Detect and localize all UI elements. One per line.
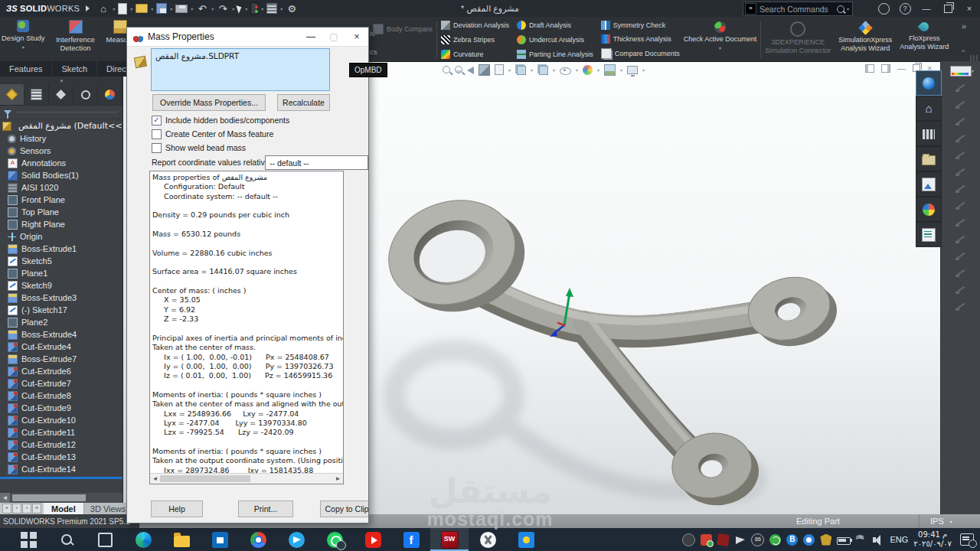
dropdown-caret-icon[interactable]: ▾ — [170, 6, 172, 11]
taskbar-app-task-view[interactable] — [86, 528, 124, 551]
dropdown-caret-icon[interactable]: ▾ — [191, 6, 193, 11]
open-icon[interactable] — [136, 4, 148, 13]
notification-center-icon[interactable] — [960, 533, 974, 546]
file-properties-icon[interactable] — [266, 3, 277, 14]
network-tool-icon[interactable] — [769, 534, 781, 546]
override-mass-properties-button[interactable]: Override Mass Properties... — [152, 94, 266, 111]
taskbar-app-start[interactable] — [9, 528, 47, 551]
floxpress-button[interactable]: FloXpressAnalysis Wizard — [900, 21, 949, 55]
bluetooth-icon[interactable] — [786, 534, 798, 546]
pane-right-icon[interactable] — [881, 64, 890, 73]
clipped-tab-fragment[interactable]: OpMBD — [349, 63, 387, 77]
clock[interactable]: 09:41 م ٢٠٢٥/٠٩/٠٧ — [913, 530, 952, 549]
dropdown-caret-icon[interactable]: ▾ — [232, 6, 234, 11]
zoom-to-area-icon[interactable] — [455, 66, 462, 73]
taskpane-tab-design-library[interactable] — [916, 121, 942, 146]
tree-root-item[interactable]: مشروع المقص (Default<<Default>_ — [0, 119, 122, 132]
section-view-icon[interactable] — [479, 64, 490, 76]
dropdown-caret-icon[interactable]: ▾ — [261, 6, 263, 11]
appearance-swatch-icon[interactable] — [950, 66, 972, 77]
taskpane-tab-appearances-scenes[interactable] — [916, 197, 942, 222]
help-button[interactable]: Help — [151, 500, 203, 517]
dropdown-caret-icon[interactable]: ▾ — [113, 6, 115, 11]
dropdown-caret-icon[interactable]: ▾ — [211, 6, 214, 11]
dropdown-caret-icon[interactable]: ▾ — [508, 67, 511, 73]
language-indicator[interactable]: ENG — [890, 535, 908, 544]
curvature-button[interactable]: Curvature — [441, 50, 509, 59]
rollback-bar[interactable] — [0, 477, 122, 479]
view-settings-icon[interactable] — [627, 66, 638, 74]
wifi-icon[interactable] — [856, 534, 867, 546]
print-icon[interactable] — [175, 5, 188, 13]
login-button[interactable] — [873, 0, 894, 17]
zebra-stripes-button[interactable]: Zebra Stripes — [441, 35, 509, 44]
tree-item-origin[interactable]: Origin — [8, 230, 122, 243]
last-tab-icon[interactable]: » — [32, 504, 41, 514]
tree-item-cut-extrude14[interactable]: Cut-Extrude14 — [8, 463, 122, 475]
draft-analysis-button[interactable]: Draft Analysis — [517, 21, 593, 30]
taskbar-app-solidworks[interactable] — [430, 528, 469, 551]
taskbar-app-youtube[interactable] — [354, 528, 392, 551]
ribbon-collapse-button[interactable]: ^ — [962, 49, 965, 55]
notifier-icon[interactable]: 86 — [751, 533, 764, 546]
filter-input[interactable] — [16, 112, 118, 112]
tree-item-annotations[interactable]: Annotations — [8, 157, 122, 169]
tab-configurationmanager[interactable] — [49, 84, 74, 105]
edit-appearance-icon[interactable] — [583, 65, 593, 75]
tab-3d-views[interactable]: 3D Views — [84, 503, 132, 514]
parting-line-analysis-button[interactable]: Parting Line Analysis — [517, 50, 593, 59]
dropdown-caret-icon[interactable]: ▾ — [620, 67, 622, 73]
tree-item-solid-bodies-1[interactable]: Solid Bodies(1) — [8, 169, 122, 181]
tree-item-boss-extrude7[interactable]: Boss-Extrude7 — [8, 353, 122, 365]
coordinate-system-dropdown[interactable]: -- default -- — [265, 155, 368, 170]
recalculate-button[interactable]: Recalculate — [277, 94, 330, 111]
help-button[interactable]: ? — [894, 0, 916, 17]
tab-propertymanager[interactable] — [24, 84, 49, 105]
battery-icon[interactable] — [837, 537, 851, 545]
dialog-title-bar[interactable]: Mass Properties — ▢ × — [127, 28, 368, 47]
thickness-analysis-button[interactable]: Thickness Analysis — [601, 34, 680, 44]
dropdown-caret-icon[interactable]: ▾ — [280, 6, 283, 11]
dropdown-caret-icon[interactable]: ▾ — [531, 67, 533, 73]
tree-item-cut-extrude6[interactable]: Cut-Extrude6 — [8, 365, 122, 377]
undercut-analysis-button[interactable]: Undercut Analysis — [517, 35, 593, 44]
taskbar-app-store[interactable] — [201, 528, 239, 551]
home-icon[interactable]: ⌂ — [97, 3, 109, 15]
dropdown-caret-icon[interactable]: ▾ — [245, 6, 247, 11]
taskbar-app-chrome[interactable] — [239, 528, 277, 551]
tab-model[interactable]: Model — [44, 503, 84, 514]
scroll-left-icon[interactable]: ◄ — [0, 493, 10, 503]
dropdown-caret-icon[interactable]: ▾ — [576, 67, 578, 73]
checkbox-unchecked-icon[interactable] — [152, 143, 162, 153]
tree-item-cut-extrude10[interactable]: Cut-Extrude10 — [8, 414, 122, 426]
new-document-icon[interactable] — [118, 3, 127, 15]
tree-item-sketch9[interactable]: Sketch9 — [8, 279, 122, 292]
tree-item-cut-extrude8[interactable]: Cut-Extrude8 — [8, 390, 122, 402]
checkbox-row-create-center-of-mass-feature[interactable]: Create Center of Mass feature — [152, 127, 289, 141]
first-tab-icon[interactable]: « — [2, 504, 11, 514]
checkbox-checked-icon[interactable]: ✓ — [152, 116, 162, 126]
checkbox-unchecked-icon[interactable] — [152, 129, 162, 139]
close-button[interactable]: × — [959, 0, 980, 17]
dropdown-caret-icon[interactable]: ▾ — [642, 67, 645, 73]
swatch-dropdown-icon[interactable]: ▾ — [972, 68, 974, 73]
previous-view-icon[interactable] — [467, 67, 474, 74]
tree-item-aisi-1020[interactable]: AISI 1020 — [8, 181, 122, 194]
zoom-to-fit-icon[interactable] — [443, 66, 450, 73]
minimize-button[interactable]: — — [916, 0, 937, 17]
taskpane-tab-custom-properties[interactable] — [916, 222, 942, 247]
pane-left-icon[interactable] — [865, 64, 874, 73]
defender-alert-icon[interactable] — [820, 534, 831, 546]
dialog-minimize-button[interactable]: — — [299, 28, 322, 46]
search-icon[interactable] — [837, 5, 844, 13]
copy-to-clipboard-button[interactable]: Copy to Clipboard — [320, 500, 369, 517]
dropdown-caret-icon[interactable]: ▾ — [553, 67, 555, 73]
deviation-analysis-button[interactable]: Deviation Analysis — [441, 21, 509, 30]
tree-item-cut-extrude12[interactable]: Cut-Extrude12 — [8, 439, 122, 451]
checkbox-row-show-weld-bead-mass[interactable]: Show weld bead mass — [152, 141, 289, 155]
check-active-document-button[interactable]: Check Active Document ▾ — [684, 21, 757, 51]
tree-item-cut-extrude7[interactable]: Cut-Extrude7 — [8, 377, 122, 390]
taskbar-app-edge[interactable] — [124, 528, 162, 551]
scroll-thumb[interactable] — [160, 475, 250, 482]
tree-item-right-plane[interactable]: Right Plane — [8, 218, 122, 230]
